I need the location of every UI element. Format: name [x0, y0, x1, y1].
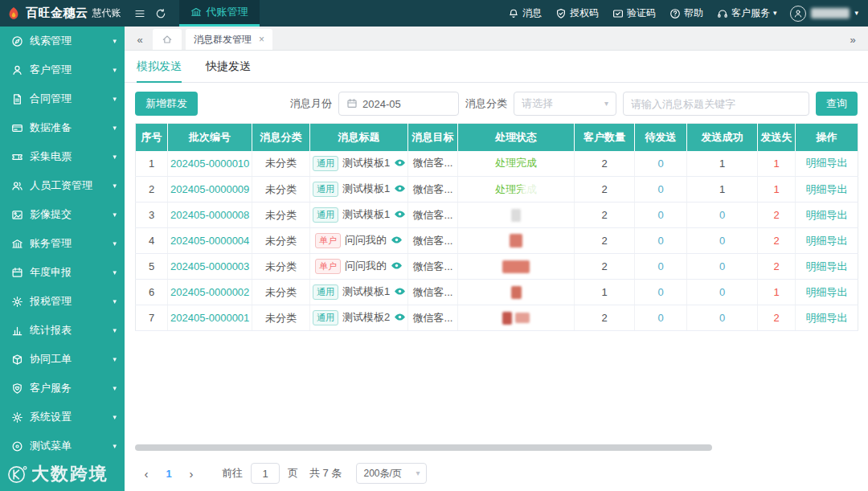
keyword-input[interactable]	[623, 92, 809, 116]
template-title: 测试模板1	[342, 208, 390, 220]
batch-number-link[interactable]: 202405-0000002	[168, 280, 252, 305]
topnav-tab-agency-management[interactable]: 代账管理	[179, 0, 260, 27]
cell-target: 微信客...	[408, 254, 458, 280]
watermark-logo-icon	[6, 464, 28, 485]
sidebar-item-system-settings[interactable]: 系统设置▾	[0, 403, 125, 432]
sidebar-item-label: 采集电票	[30, 149, 113, 164]
cell-customer-count: 1	[575, 280, 635, 305]
cell-seq: 6	[136, 280, 168, 305]
card-check-icon	[612, 8, 624, 19]
chevron-down-icon: ▾	[113, 442, 117, 450]
sidebar-item-leads[interactable]: 线索管理▾	[0, 27, 125, 55]
export-detail-link[interactable]: 明细导出	[796, 305, 858, 331]
export-detail-link[interactable]: 明细导出	[796, 177, 858, 203]
sidebar-item-contracts[interactable]: 合同管理▾	[0, 84, 125, 113]
home-tab[interactable]	[153, 29, 182, 50]
topbar-messages[interactable]: 消息	[508, 6, 542, 20]
compass-icon	[11, 35, 23, 47]
export-detail-link[interactable]: 明细导出	[796, 228, 858, 254]
topbar-customer-service[interactable]: 客户服务▾	[717, 6, 777, 20]
sidebar-item-tax-manage[interactable]: 报税管理▾	[0, 287, 125, 316]
prev-page-button[interactable]: ‹	[137, 464, 156, 483]
cell-title: 通用测试模板1	[310, 203, 408, 228]
page-size-select[interactable]: 200条/页 ▾	[356, 463, 427, 484]
total-count: 共 7 条	[309, 466, 342, 481]
topbar-help[interactable]: 帮助	[669, 6, 703, 20]
page-number-current[interactable]: 1	[159, 464, 178, 483]
tab-message-broadcast-management[interactable]: 消息群发管理 ×	[186, 29, 272, 50]
add-broadcast-button[interactable]: 新增群发	[135, 92, 198, 116]
sidebar-item-annual-report[interactable]: 年度申报▾	[0, 258, 125, 287]
scroll-tabs-right-button[interactable]: »	[844, 29, 862, 50]
topbar-auth-code[interactable]: 授权码	[555, 6, 599, 20]
batch-number-link[interactable]: 202405-0000008	[168, 203, 252, 228]
batch-number-link[interactable]: 202405-0000010	[168, 151, 252, 177]
sidebar-item-label: 合同管理	[30, 92, 113, 106]
template-title: 测试模板1	[342, 182, 390, 194]
preview-eye-icon[interactable]	[394, 157, 406, 169]
sidebar-item-customer-service[interactable]: 客户服务▾	[0, 374, 125, 403]
sidebar-item-test-menu[interactable]: 测试菜单▾	[0, 432, 125, 460]
redaction-blur	[522, 182, 549, 197]
cell-success: 0	[687, 254, 758, 280]
template-type-badge: 通用	[313, 207, 338, 223]
sidebar-item-label: 统计报表	[30, 323, 113, 338]
menu-toggle-button[interactable]	[129, 0, 150, 27]
tab-simulated-send[interactable]: 模拟发送	[137, 51, 182, 82]
cell-title: 单户问问我的	[310, 254, 408, 280]
template-title: 测试模板2	[342, 311, 390, 323]
sidebar-item-invoice-collect[interactable]: 采集电票▾	[0, 142, 125, 171]
preview-eye-icon[interactable]	[394, 285, 406, 297]
search-button[interactable]: 查询	[816, 92, 858, 116]
cell-success: 0	[687, 280, 758, 305]
sidebar-item-customers[interactable]: 客户管理▾	[0, 55, 125, 84]
goto-label: 前往	[222, 466, 243, 481]
column-header-customers: 客户数量	[575, 124, 635, 151]
column-header-batch: 批次编号	[168, 124, 252, 151]
tab-quick-send[interactable]: 快捷发送	[206, 51, 251, 82]
preview-eye-icon[interactable]	[394, 182, 406, 194]
cell-success: 1	[687, 177, 758, 203]
batch-number-link[interactable]: 202405-0000003	[168, 254, 252, 280]
horizontal-scrollbar[interactable]	[135, 444, 712, 451]
sidebar-item-label: 数据准备	[30, 121, 113, 135]
template-type-badge: 通用	[313, 310, 338, 325]
cell-failed: 2	[758, 228, 796, 254]
batch-number-link[interactable]: 202405-0000009	[168, 177, 252, 203]
export-detail-link[interactable]: 明细导出	[796, 254, 858, 280]
preview-eye-icon[interactable]	[394, 311, 406, 323]
sidebar-item-report-stats[interactable]: 统计报表▾	[0, 316, 125, 345]
topbar-captcha[interactable]: 验证码	[612, 6, 656, 20]
page-jump-input[interactable]	[251, 463, 280, 484]
scroll-tabs-left-button[interactable]: «	[131, 29, 149, 50]
preview-eye-icon[interactable]	[394, 208, 406, 220]
preview-eye-icon[interactable]	[391, 234, 403, 246]
close-tab-icon[interactable]: ×	[259, 34, 264, 45]
sidebar-item-image-submit[interactable]: 影像提交▾	[0, 200, 125, 229]
chevron-down-icon: ▾	[113, 95, 117, 103]
month-input[interactable]	[362, 98, 451, 110]
export-detail-link[interactable]: 明细导出	[796, 203, 858, 228]
batch-number-link[interactable]: 202405-0000001	[168, 305, 252, 331]
refresh-button[interactable]	[150, 0, 171, 27]
column-header-status: 处理状态	[458, 124, 575, 151]
chevron-down-icon: ▾	[113, 66, 117, 74]
topbar: 百旺金穗云 慧代账 代账管理 消息授权码验证码帮助客户服务▾ ▾	[0, 0, 868, 27]
preview-eye-icon[interactable]	[391, 260, 403, 272]
sidebar-item-data-prep[interactable]: 数据准备▾	[0, 113, 125, 142]
next-page-button[interactable]: ›	[182, 464, 201, 483]
sidebar-item-label: 报税管理	[30, 294, 113, 309]
category-select[interactable]: 请选择 ▾	[514, 92, 616, 116]
pagination: ‹ 1 › 前往 页 共 7 条 200条/页 ▾	[125, 456, 868, 491]
export-detail-link[interactable]: 明细导出	[796, 280, 858, 305]
user-menu[interactable]: ▾	[790, 6, 858, 22]
cell-category: 未分类	[252, 305, 310, 331]
cell-success: 0	[687, 228, 758, 254]
month-picker[interactable]	[338, 92, 459, 116]
sidebar-item-work-orders[interactable]: 协同工单▾	[0, 345, 125, 374]
cell-status	[458, 228, 575, 254]
export-detail-link[interactable]: 明细导出	[796, 151, 858, 177]
batch-number-link[interactable]: 202405-0000004	[168, 228, 252, 254]
sidebar-item-payroll[interactable]: 人员工资管理▾	[0, 171, 125, 200]
sidebar-item-accounting[interactable]: 账务管理▾	[0, 229, 125, 258]
